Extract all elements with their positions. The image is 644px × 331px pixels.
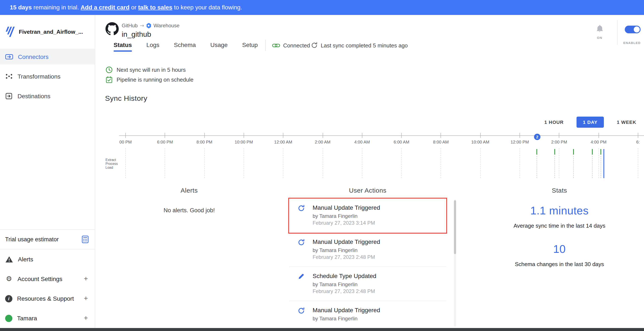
stats-panel: 1.1 minutes Average sync time in the las… (497, 204, 622, 267)
time-axis-label: 2:00 AM (315, 140, 330, 144)
last-sync-label: Last sync completed 5 minutes ago (321, 42, 408, 48)
row-label-process: Process (106, 162, 118, 166)
axis-tick (244, 133, 244, 138)
toggle-switch[interactable] (625, 26, 640, 33)
sidebar-item-connectors[interactable]: Connectors (0, 49, 95, 64)
gridline (520, 148, 520, 178)
time-axis-label: 12:00 PM (510, 140, 529, 144)
last-sync-status: Last sync completed 5 minutes ago (311, 42, 408, 49)
sidebar-item-account-settings[interactable]: ⚙ Account Settings + (0, 269, 95, 289)
pipeline-schedule-info: Pipeline is running on schedule (106, 76, 194, 83)
time-axis-label: 10:00 PM (235, 140, 253, 144)
sidebar-item-transformations[interactable]: Transformations (0, 68, 95, 84)
stats-section-title: Stats (497, 187, 622, 194)
axis-tick (480, 133, 480, 138)
user-action-item[interactable]: Schedule Type Updated by Tamara Fingerli… (289, 267, 446, 301)
gridline (598, 148, 599, 178)
axis-tick (165, 133, 165, 138)
trial-days-remaining: 15 days (10, 4, 32, 11)
gridline (125, 148, 126, 178)
account-name: Fivetran_and_Airflow_... (19, 28, 83, 35)
sync-event-dash (573, 156, 574, 178)
tab-status[interactable]: Status (114, 42, 132, 52)
user-action-item[interactable]: Manual Update Triggered by Tamara Finger… (289, 233, 446, 267)
sync-count-badge[interactable]: 2 (534, 134, 540, 140)
gridline (638, 148, 638, 178)
trial-usage-estimator[interactable]: Trial usage estimator (0, 229, 95, 250)
talk-to-sales-link[interactable]: talk to sales (138, 4, 172, 11)
divider (265, 40, 266, 51)
sync-refresh-icon[interactable] (311, 42, 318, 49)
sidebar-item-user-tamara[interactable]: Tamara + (0, 308, 95, 328)
range-1-week[interactable]: 1 WEEK (617, 120, 636, 125)
axis-tick (125, 133, 126, 138)
sync-timeline: Extract Process Load 00 PM6:00 PM8:00 PM… (95, 130, 644, 186)
next-sync-label: Next sync will run in 5 hours (116, 66, 186, 73)
user-action-title: Manual Update Triggered (312, 306, 380, 314)
sidebar-item-destinations[interactable]: Destinations (0, 88, 95, 104)
user-action-date: February 27, 2023 2:48 PM (312, 254, 380, 260)
sidebar-item-alerts[interactable]: Alerts (0, 250, 95, 269)
user-action-item[interactable]: Manual Update Triggered by Tamara Finger… (289, 198, 446, 233)
user-action-title: Manual Update Triggered (312, 238, 380, 246)
main-content: GitHub → Warehouse in_github Status Logs… (95, 15, 644, 328)
fivetran-app: 15 days remaining in trial. Add a credit… (0, 0, 644, 331)
user-action-item[interactable]: Manual Update Triggered by Tamara Finger… (289, 301, 446, 328)
breadcrumb: GitHub → Warehouse (122, 23, 180, 28)
range-1-day[interactable]: 1 DAY (576, 116, 604, 128)
sidebar-item-label: Transformations (18, 73, 60, 80)
expand-plus-icon[interactable]: + (84, 294, 90, 303)
refresh-icon (298, 239, 305, 246)
gridline (401, 148, 402, 178)
bottom-edge-bar (0, 328, 644, 331)
user-action-date: February 27, 2023 3:14 PM (312, 220, 380, 226)
user-action-author: by Tamara Fingerlin (312, 315, 380, 322)
account-switcher[interactable]: Fivetran_and_Airflow_... (0, 15, 95, 38)
time-axis-label: 4:00 PM (590, 140, 607, 144)
warehouse-icon (146, 23, 152, 28)
tab-setup[interactable]: Setup (242, 42, 258, 52)
time-axis-label: 12:00 AM (274, 140, 292, 144)
connector-title: in_github (122, 30, 151, 39)
tab-logs[interactable]: Logs (146, 42, 160, 52)
scrollbar-thumb[interactable] (454, 200, 456, 254)
sidebar-item-label: Tamara (17, 315, 37, 322)
breadcrumb-source[interactable]: GitHub (122, 23, 138, 28)
time-axis-label: 6:00 AM (394, 140, 409, 144)
sidebar: Fivetran_and_Airflow_... Connectors Tran… (0, 15, 95, 328)
gear-icon: ⚙ (5, 275, 13, 283)
row-label-load: Load (106, 166, 118, 170)
gridline (362, 148, 362, 178)
notifications-bell[interactable]: ON (592, 24, 608, 40)
connector-enabled-toggle[interactable]: ENABLED (623, 26, 640, 45)
breadcrumb-destination[interactable]: Warehouse (154, 23, 180, 28)
tab-usage[interactable]: Usage (210, 42, 228, 52)
next-sync-info: Next sync will run in 5 hours (106, 66, 186, 74)
add-credit-card-link[interactable]: Add a credit card (81, 4, 130, 11)
trial-text-1: remaining in trial. (32, 4, 81, 11)
alerts-section-title: Alerts (130, 187, 249, 194)
sync-history-title: Sync History (105, 94, 147, 103)
time-axis-label: 8:00 AM (433, 140, 448, 144)
timeline-plot[interactable]: 00 PM6:00 PM8:00 PM10:00 PM12:00 AM2:00 … (119, 130, 644, 186)
scrollbar[interactable] (454, 200, 456, 327)
schema-changes-value: 10 (497, 242, 622, 256)
sidebar-item-label: Destinations (18, 92, 50, 99)
axis-tick (322, 133, 323, 138)
sidebar-item-label: Alerts (18, 256, 33, 263)
calendar-check-icon (106, 76, 113, 83)
refresh-icon (298, 204, 305, 212)
sidebar-item-label: Resources & Support (17, 295, 74, 302)
expand-plus-icon[interactable]: + (84, 314, 90, 322)
github-octocat-icon (106, 22, 119, 36)
time-axis-label: 2:00 PM (551, 140, 567, 144)
time-axis-label: 8:00 PM (196, 140, 212, 144)
expand-plus-icon[interactable]: + (84, 274, 90, 283)
axis-tick (362, 133, 362, 138)
toggle-state-label: ENABLED (623, 41, 640, 45)
timeline-row-labels: Extract Process Load (106, 158, 118, 170)
tab-schema[interactable]: Schema (174, 42, 196, 52)
range-1-hour[interactable]: 1 HOUR (544, 120, 564, 125)
sync-event-mark (600, 149, 601, 154)
sidebar-item-resources-support[interactable]: i Resources & Support + (0, 289, 95, 308)
